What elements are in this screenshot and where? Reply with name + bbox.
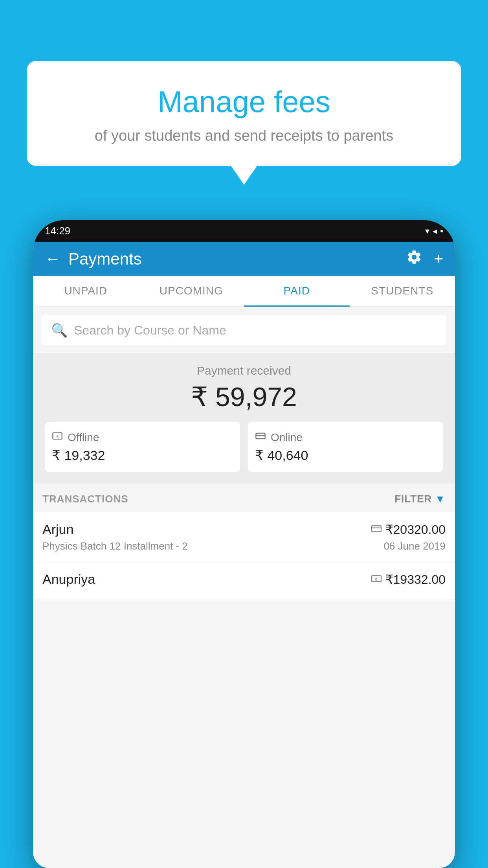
tab-paid[interactable]: PAID bbox=[244, 276, 350, 306]
svg-rect-4 bbox=[372, 526, 381, 531]
back-button[interactable]: ← bbox=[45, 250, 61, 268]
search-placeholder: Search by Course or Name bbox=[74, 323, 226, 338]
transaction-item[interactable]: Anupriya ₹ ₹19332.00 bbox=[33, 562, 455, 600]
offline-card: ₹ Offline ₹ 19,332 bbox=[45, 422, 240, 472]
tab-upcoming[interactable]: UPCOMING bbox=[139, 276, 244, 306]
status-icons: ▾ ◂ ▪ bbox=[425, 226, 443, 236]
svg-text:₹: ₹ bbox=[374, 577, 377, 581]
filter-icon: ▼ bbox=[435, 493, 446, 505]
transactions-label: TRANSACTIONS bbox=[42, 493, 128, 505]
online-amount: ₹ 40,640 bbox=[255, 447, 436, 463]
app-screen: ← Payments + UNPAID UPCOMING PAID STUDEN… bbox=[33, 242, 455, 868]
wifi-icon: ▾ bbox=[425, 226, 429, 236]
filter-label: FILTER bbox=[394, 493, 432, 505]
offline-amount: ₹ 19,332 bbox=[52, 447, 233, 463]
payment-cards: ₹ Offline ₹ 19,332 bbox=[45, 422, 443, 472]
tabs-bar: UNPAID UPCOMING PAID STUDENTS bbox=[33, 276, 455, 307]
payment-received-section: Payment received ₹ 59,972 ₹ Offline bbox=[33, 353, 455, 484]
tab-students[interactable]: STUDENTS bbox=[350, 276, 455, 306]
transaction-item[interactable]: Arjun ₹20320.00 Physics Batch 12 Install… bbox=[33, 512, 455, 562]
offline-icon: ₹ bbox=[52, 430, 63, 444]
svg-rect-3 bbox=[256, 435, 265, 436]
header-actions: + bbox=[406, 249, 443, 269]
transaction-amount: ₹20320.00 bbox=[385, 522, 446, 537]
transaction-amount: ₹19332.00 bbox=[385, 572, 446, 587]
online-payment-icon bbox=[371, 523, 382, 535]
payment-received-label: Payment received bbox=[45, 364, 443, 377]
transaction-amount-wrap: ₹ ₹19332.00 bbox=[371, 572, 446, 587]
search-bar[interactable]: 🔍 Search by Course or Name bbox=[42, 315, 446, 345]
tab-unpaid[interactable]: UNPAID bbox=[33, 276, 139, 306]
offline-label: Offline bbox=[68, 431, 99, 444]
phone-frame: 14:29 ▾ ◂ ▪ ← Payments + bbox=[33, 220, 455, 868]
phone-time: 14:29 bbox=[45, 225, 70, 237]
speech-bubble-title: Manage fees bbox=[46, 85, 442, 119]
transaction-name: Anupriya bbox=[42, 572, 95, 587]
signal-icon: ◂ bbox=[433, 226, 437, 236]
speech-bubble-subtitle: of your students and send receipts to pa… bbox=[46, 127, 442, 144]
payment-received-amount: ₹ 59,972 bbox=[45, 381, 443, 412]
svg-text:₹: ₹ bbox=[56, 434, 59, 439]
page-title: Payments bbox=[68, 250, 142, 268]
online-card: Online ₹ 40,640 bbox=[248, 422, 443, 472]
add-button[interactable]: + bbox=[434, 250, 443, 268]
transaction-course: Physics Batch 12 Installment - 2 bbox=[42, 540, 188, 552]
transaction-name: Arjun bbox=[42, 522, 73, 537]
phone-notch bbox=[220, 220, 268, 237]
transaction-date: 06 June 2019 bbox=[383, 540, 446, 552]
battery-icon: ▪ bbox=[440, 226, 443, 236]
app-header: ← Payments + bbox=[33, 242, 455, 276]
filter-button[interactable]: FILTER ▼ bbox=[394, 493, 446, 505]
svg-rect-5 bbox=[372, 528, 381, 528]
transaction-amount-wrap: ₹20320.00 bbox=[371, 522, 446, 537]
settings-button[interactable] bbox=[406, 249, 422, 269]
transactions-header: TRANSACTIONS FILTER ▼ bbox=[33, 484, 455, 512]
offline-payment-icon: ₹ bbox=[371, 573, 382, 585]
online-icon bbox=[255, 430, 266, 444]
speech-bubble: Manage fees of your students and send re… bbox=[27, 61, 461, 166]
online-label: Online bbox=[271, 431, 303, 444]
search-icon: 🔍 bbox=[51, 322, 68, 338]
